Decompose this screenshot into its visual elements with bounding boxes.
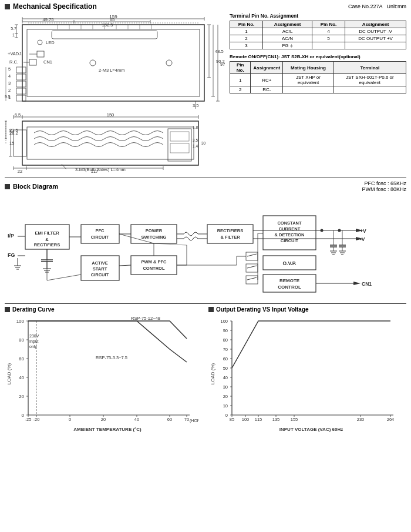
table-row: 1 AC/L 4 DC OUTPUT -V	[230, 28, 406, 35]
svg-text:LOAD (%): LOAD (%)	[6, 363, 12, 384]
terminal-table1-title: Terminal Pin No. Assignment	[230, 13, 406, 19]
svg-line-159	[247, 277, 257, 280]
svg-text:CN1: CN1	[362, 281, 372, 287]
svg-text:85: 85	[230, 417, 234, 422]
svg-text:I/P: I/P	[8, 233, 14, 239]
svg-rect-136	[207, 225, 253, 243]
table-row: 2 AC/N 5 DC OUTPUT +V	[230, 35, 406, 42]
svg-text:FG: FG	[8, 252, 15, 258]
svg-text:Input: Input	[29, 339, 39, 344]
svg-text:POWER: POWER	[146, 228, 163, 233]
svg-text:PFC: PFC	[96, 228, 105, 233]
svg-text:100: 100	[220, 319, 228, 324]
table-row: 1 RC+ JST XHP or equivalent JST SXH-001T…	[230, 74, 406, 86]
svg-text:70: 70	[223, 347, 228, 352]
svg-text:80: 80	[19, 337, 24, 343]
col-pin-no1: Pin No.	[230, 21, 263, 28]
svg-text:10: 10	[223, 403, 228, 409]
svg-line-193	[119, 265, 131, 266]
charts-section: Derating Curve 0 20 40 60 80	[5, 303, 406, 433]
svg-text:+VADJ.: +VADJ.	[8, 51, 22, 56]
svg-rect-129	[131, 225, 177, 243]
svg-rect-97	[170, 132, 189, 141]
block-square-icon	[5, 184, 10, 189]
bottom-drawing-svg: 6.5 150 23.5 26.2 15	[5, 112, 225, 174]
svg-rect-34	[16, 74, 26, 80]
svg-point-56	[90, 60, 96, 66]
col-pin-no2: Pin No.	[312, 21, 345, 28]
svg-text:CN1: CN1	[43, 59, 52, 65]
svg-rect-98	[170, 143, 189, 153]
derating-chart-svg: 0 20 40 60 80 100 LOAD (%) -25 -20	[5, 315, 198, 433]
svg-text:PWM & PFC: PWM & PFC	[142, 259, 167, 265]
svg-rect-38	[16, 88, 26, 94]
svg-text:SWITCHING: SWITCHING	[142, 235, 167, 240]
svg-text:0: 0	[69, 417, 71, 422]
svg-text:R.C.: R.C.	[9, 59, 18, 65]
svg-text:115: 115	[255, 417, 262, 422]
svg-text:RSP-75-3.3~7.5: RSP-75-3.3~7.5	[96, 355, 127, 360]
remote-table-title: Remote ON/OFF(CN1): JST S2B-XH or equiva…	[230, 54, 406, 59]
svg-rect-36	[16, 81, 26, 87]
svg-text:60: 60	[167, 417, 172, 422]
svg-text:135: 135	[272, 417, 280, 422]
svg-text:(HORIZONTAL): (HORIZONTAL)	[190, 419, 198, 423]
svg-text:RECTIFIERS: RECTIFIERS	[217, 228, 244, 233]
svg-text:100: 100	[16, 319, 25, 324]
col-assignment1: Assignment	[263, 21, 312, 28]
svg-text:9.5: 9.5	[5, 95, 11, 99]
svg-text:22: 22	[18, 169, 22, 174]
svg-text:0: 0	[225, 413, 228, 418]
svg-text:O.V.P.: O.V.P.	[282, 260, 296, 266]
svg-text:230V: 230V	[29, 334, 39, 338]
svg-text:155: 155	[291, 417, 298, 422]
svg-text:97: 97	[220, 62, 225, 67]
svg-text:START: START	[93, 266, 107, 272]
svg-text:49.75: 49.75	[43, 17, 54, 22]
svg-marker-170	[353, 282, 361, 285]
svg-text:150: 150	[107, 112, 114, 118]
svg-text:CIRCUIT: CIRCUIT	[91, 272, 109, 277]
svg-text:5.7: 5.7	[11, 26, 16, 31]
svg-text:15: 15	[9, 140, 14, 146]
svg-rect-125	[81, 225, 119, 243]
svg-text:264: 264	[387, 417, 395, 422]
col-pin: Pin No.	[230, 62, 251, 74]
svg-text:4: 4	[8, 73, 11, 79]
output-derating-header: Output Derating VS Input Voltage	[208, 306, 406, 313]
svg-text:RECTIFIERS: RECTIFIERS	[34, 242, 60, 247]
svg-point-143	[338, 229, 341, 232]
svg-rect-26	[37, 51, 44, 57]
svg-text:6.5: 6.5	[15, 112, 21, 118]
svg-text:& DETECTION: & DETECTION	[275, 232, 305, 237]
svg-text:20: 20	[223, 394, 228, 399]
svg-text:0: 0	[22, 413, 25, 418]
svg-rect-40	[16, 95, 26, 101]
block-diagram-title: Block Diagram	[13, 183, 58, 190]
svg-text:+V: +V	[360, 228, 366, 234]
svg-text:RSP-75-12~48: RSP-75-12~48	[131, 316, 160, 321]
svg-text:ACTIVE: ACTIVE	[92, 260, 108, 266]
top-drawing-svg: 159 49.75 65 152.5 5.7	[5, 13, 225, 110]
svg-text:LED: LED	[46, 40, 55, 45]
svg-text:5: 5	[8, 66, 11, 72]
svg-line-195	[47, 275, 81, 280]
svg-rect-190	[131, 256, 177, 275]
svg-text:& FILTER: & FILTER	[220, 235, 240, 240]
table-row: 2 RC-	[230, 86, 406, 93]
svg-text:CONTROL: CONTROL	[278, 285, 301, 290]
svg-text:3.5: 3.5	[193, 138, 198, 142]
output-derating-section: Output Derating VS Input Voltage 0 10 20…	[208, 306, 406, 433]
svg-text:AMBIENT TEMPERATURE (°C): AMBIENT TEMPERATURE (°C)	[73, 427, 142, 432]
svg-text:3-M3(Both Sides) L=4mm: 3-M3(Both Sides) L=4mm	[75, 167, 126, 172]
svg-text:152.5: 152.5	[102, 22, 113, 28]
svg-text:REMOTE: REMOTE	[279, 278, 300, 283]
svg-point-22	[38, 40, 42, 45]
svg-rect-29	[29, 59, 36, 65]
table-row: 3 FG ⏚	[230, 42, 406, 49]
block-diagram-svg: I/P FG EMI FILTER & RECTIFIERS	[5, 192, 404, 301]
svg-text:only: only	[29, 344, 37, 349]
svg-text:60: 60	[223, 356, 228, 362]
derating-title: Derating Curve	[12, 306, 55, 313]
page-container: Mechanical Specification Case No.227A Un…	[0, 0, 411, 435]
